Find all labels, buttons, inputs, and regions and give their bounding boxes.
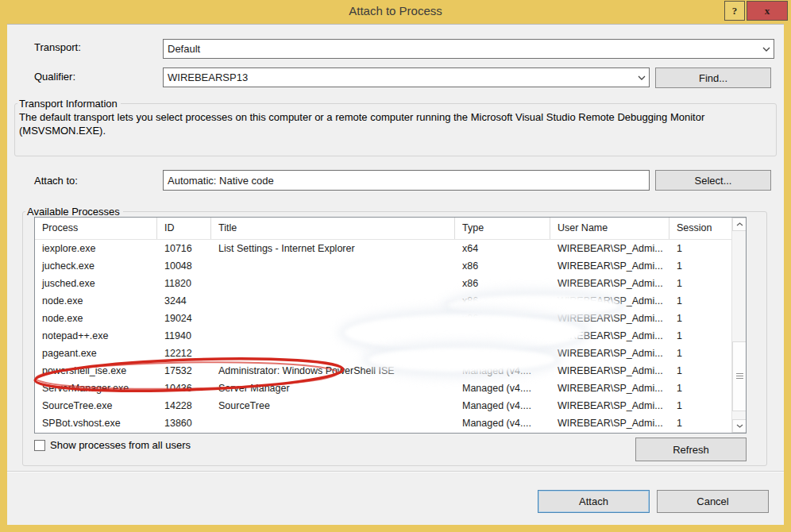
- cell-session: 1: [669, 380, 731, 397]
- table-row[interactable]: jusched.exe11820x86WIREBEAR\SP_Admi...1: [35, 275, 731, 292]
- cell-user: WIREBEAR\SP_Admi...: [550, 380, 669, 397]
- titlebar[interactable]: Attach to Process ? x: [0, 0, 791, 24]
- cell-process: powershell_ise.exe: [35, 362, 157, 380]
- chevron-up-icon: [736, 222, 743, 226]
- cell-session: 1: [669, 327, 731, 345]
- attach-to-label: Attach to:: [34, 175, 78, 187]
- transport-label: Transport:: [34, 41, 81, 53]
- column-header-title[interactable]: Title: [211, 218, 455, 239]
- refresh-button[interactable]: Refresh: [635, 438, 747, 461]
- table-row[interactable]: iexplore.exe10716List Settings - Interne…: [35, 240, 731, 257]
- cell-user: WIREBEAR\SP_Admi...: [550, 257, 669, 275]
- cell-session: 1: [669, 310, 731, 327]
- cell-type: Managed (v4....: [455, 380, 550, 397]
- cell-process: jucheck.exe: [35, 257, 157, 275]
- scroll-up-button[interactable]: [732, 218, 747, 231]
- table-row[interactable]: SPBot.vshost.exe13860Managed (v4....WIRE…: [35, 414, 731, 432]
- cell-session: 1: [669, 345, 731, 362]
- cell-type: x86: [455, 275, 550, 292]
- cell-id: 3244: [157, 292, 211, 310]
- cell-user: WIREBEAR\SP_Admi...: [550, 414, 669, 432]
- cell-title: [211, 292, 455, 310]
- cell-user: WIREBEAR\SP_Admi...: [550, 397, 669, 414]
- cell-session: 1: [669, 397, 731, 414]
- attach-to-field[interactable]: Automatic: Native code: [163, 170, 650, 191]
- cell-process: SourceTree.exe: [35, 397, 157, 414]
- cell-id: 17532: [157, 362, 211, 380]
- cell-title: [211, 414, 455, 432]
- close-icon: x: [765, 5, 770, 17]
- scroll-down-button[interactable]: [732, 419, 747, 433]
- cell-type: x64: [455, 240, 550, 257]
- cell-session: 1: [669, 257, 731, 275]
- transport-info-text: The default transport lets you select pr…: [19, 110, 740, 137]
- show-all-users-row: Show processes from all users: [34, 439, 191, 451]
- footer-divider: [7, 471, 784, 472]
- table-row[interactable]: SourceTree.exe14228SourceTreeManaged (v4…: [35, 397, 731, 414]
- cell-id: 11820: [157, 275, 211, 292]
- vertical-scrollbar[interactable]: [731, 218, 746, 433]
- cell-process: notepad++.exe: [35, 327, 157, 345]
- cell-type: Managed (v4....: [455, 397, 550, 414]
- process-list: Process ID Title Type User Name Session …: [34, 217, 747, 434]
- cell-id: 11940: [157, 327, 211, 345]
- column-header-id[interactable]: ID: [157, 218, 211, 239]
- scrollbar-thumb[interactable]: [732, 341, 747, 411]
- window-title: Attach to Process: [0, 0, 791, 24]
- cell-process: pageant.exe: [35, 345, 157, 362]
- help-button[interactable]: ?: [724, 1, 745, 21]
- cell-title: [211, 257, 455, 275]
- column-header-session[interactable]: Session: [669, 218, 731, 239]
- cell-session: 1: [669, 362, 731, 380]
- cell-id: 12212: [157, 345, 211, 362]
- chevron-down-icon: [635, 75, 649, 80]
- table-row[interactable]: node.exe3244x86WIREBEAR\SP_Admi...1: [35, 292, 731, 310]
- show-all-users-label: Show processes from all users: [50, 439, 191, 451]
- table-row[interactable]: ServerManager.exe10436Server ManagerMana…: [35, 380, 731, 397]
- qualifier-select[interactable]: WIREBEARSP13: [163, 67, 650, 87]
- cell-type: Managed (v4....: [455, 414, 550, 432]
- cell-process: jusched.exe: [35, 275, 157, 292]
- attach-button[interactable]: Attach: [538, 490, 650, 513]
- transport-select[interactable]: Default: [163, 39, 774, 59]
- select-button[interactable]: Select...: [655, 170, 771, 191]
- chevron-down-icon: [736, 424, 743, 428]
- cancel-button[interactable]: Cancel: [657, 490, 769, 513]
- dialog-content: Transport: Default Qualifier: WIREBEARSP…: [7, 24, 784, 525]
- show-all-users-checkbox[interactable]: [34, 440, 45, 451]
- cell-id: 10048: [157, 257, 211, 275]
- cell-id: 10436: [157, 380, 211, 397]
- cell-user: WIREBEAR\SP_Admi...: [550, 240, 669, 257]
- table-row[interactable]: jucheck.exe10048x86WIREBEAR\SP_Admi...1: [35, 257, 731, 275]
- available-processes-title: Available Processes: [25, 206, 123, 218]
- cell-process: node.exe: [35, 292, 157, 310]
- cell-user: WIREBEAR\SP_Admi...: [550, 362, 669, 380]
- qualifier-value: WIREBEARSP13: [164, 71, 635, 83]
- attach-to-value: Automatic: Native code: [164, 175, 649, 187]
- find-button[interactable]: Find...: [655, 67, 771, 88]
- scrollbar-grip-icon: [736, 373, 743, 380]
- cell-session: 1: [669, 240, 731, 257]
- column-header-process[interactable]: Process: [35, 218, 157, 239]
- cell-session: 1: [669, 292, 731, 310]
- help-icon: ?: [732, 5, 738, 17]
- cell-id: 10716: [157, 240, 211, 257]
- redaction-smudge: [345, 314, 583, 351]
- redaction-smudge: [448, 295, 619, 316]
- cell-id: 14228: [157, 397, 211, 414]
- cell-process: SPBot.vshost.exe: [35, 414, 157, 432]
- column-header-user-name[interactable]: User Name: [550, 218, 669, 239]
- qualifier-label: Qualifier:: [34, 71, 75, 83]
- cell-id: 19024: [157, 310, 211, 327]
- cell-process: ServerManager.exe: [35, 380, 157, 397]
- chevron-down-icon: [759, 47, 774, 52]
- close-button[interactable]: x: [747, 1, 788, 21]
- cell-process: node.exe: [35, 310, 157, 327]
- attach-to-process-dialog: Attach to Process ? x Transport: Default…: [0, 0, 791, 532]
- cell-title: List Settings - Internet Explorer: [211, 240, 455, 257]
- cell-title: [211, 275, 455, 292]
- cell-id: 13860: [157, 414, 211, 432]
- transport-info-group: Transport Information The default transp…: [14, 98, 777, 156]
- column-header-type[interactable]: Type: [455, 218, 550, 239]
- cell-session: 1: [669, 275, 731, 292]
